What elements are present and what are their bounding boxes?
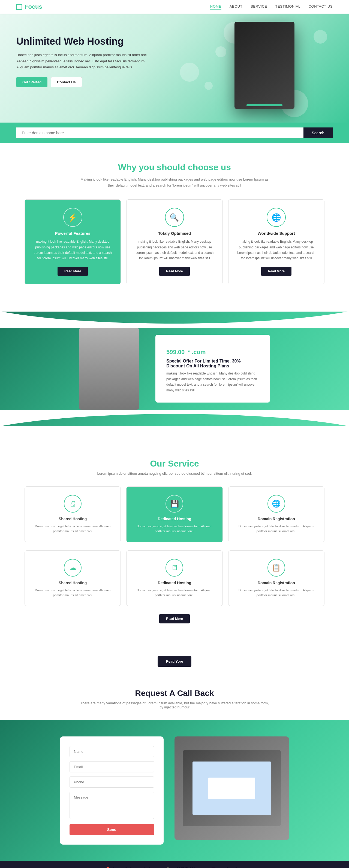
service-card-4: 🖥 Dedicated Hosting Donec nec justo eget… — [126, 551, 223, 606]
why-title: Why you should choose us — [17, 162, 332, 173]
form-area: Send — [0, 720, 349, 861]
feature-desc-0: making it look like readable English. Ma… — [32, 239, 114, 261]
message-input[interactable] — [69, 792, 154, 819]
service-card-1: 💾 Dedicated Hosting Donec nec justo eget… — [126, 487, 223, 542]
service-title-1: Dedicated Hosting — [133, 517, 215, 521]
callback-section: Request A Call Back There are many varia… — [0, 672, 349, 720]
service-icon-1: 💾 — [166, 495, 183, 513]
service-subtitle: Lorem ipsum dolor sittem ametamogcing el… — [79, 471, 270, 475]
logo[interactable]: Focus — [17, 3, 42, 10]
feature-btn-0[interactable]: Read More — [58, 267, 88, 276]
nav-home[interactable]: HOME — [210, 4, 222, 9]
service-card-2: 🌐 Domain Registration Donec nec justo eg… — [228, 487, 324, 542]
nav-about[interactable]: ABOUT — [230, 4, 242, 9]
hero-content: Unlimited Web Hosting Donec nec justo eg… — [17, 35, 153, 95]
why-subtitle: Making it look like readable English. Ma… — [79, 177, 270, 188]
service-icon-0: 🖨 — [64, 495, 82, 513]
service-desc-2: Donec nec justo eget felis facilisis fer… — [235, 524, 317, 534]
service-desc-0: Donec nec justo eget felis facilisis fer… — [32, 524, 114, 534]
hero-buttons: Get Started Contact Us — [17, 77, 153, 87]
feature-card-1: 🔍 Totaly Optimised making it look like r… — [126, 199, 223, 284]
contact-email: ✉ demo@gmail.com — [211, 866, 244, 868]
service-icon-4: 🖥 — [166, 559, 183, 577]
location-icon: 📍 — [105, 866, 110, 868]
email-icon: ✉ — [211, 866, 215, 868]
feature-desc-2: making it look like readable English. Ma… — [235, 239, 317, 261]
service-desc-5: Donec nec justo eget felis facilisis fer… — [235, 588, 317, 598]
contact-bar: 📍 London (United Kingdom) 📞 +0987654568 … — [0, 861, 349, 868]
logo-text: Focus — [25, 3, 42, 10]
promo-headline: Special Offer For Limited Time. 30% Disc… — [166, 359, 259, 369]
logo-box-icon — [17, 4, 22, 10]
get-started-button[interactable]: Get Started — [17, 77, 48, 87]
send-button[interactable]: Send — [69, 824, 154, 835]
contact-form: Send — [60, 737, 164, 844]
phone-icon: 📞 — [167, 866, 172, 868]
feature-title-2: Worldwide Support — [235, 231, 317, 236]
callback-subtitle: There are many variations of passages of… — [79, 701, 270, 709]
wave-top — [0, 311, 349, 328]
promo-description: making it look like readable English. Ma… — [166, 371, 259, 393]
service-card-3: ☁ Shared Hosting Donec nec justo eget fe… — [25, 551, 121, 606]
service-read-more-button[interactable]: Read More — [159, 614, 190, 623]
service-desc-4: Donec nec justo eget felis facilisis fer… — [133, 588, 215, 598]
read-yore-button[interactable]: Read Yore — [157, 656, 191, 667]
server-visual — [234, 22, 294, 109]
features-grid: ⚡ Powerful Features making it look like … — [25, 199, 324, 284]
service-title: Our Service — [17, 459, 332, 469]
person-photo — [79, 328, 139, 410]
nav-contact[interactable]: CONTACT US — [309, 4, 332, 9]
contact-us-button[interactable]: Contact Us — [51, 77, 82, 87]
nav-testimonial[interactable]: TESTIMONIAL — [275, 4, 300, 9]
service-desc-1: Donec nec justo eget felis facilisis fer… — [133, 524, 215, 534]
promo-price: 599.00 * .com — [166, 344, 259, 356]
hero-description: Donec nec justo eget felis facilisis fer… — [17, 52, 153, 70]
read-yore-section: Read Yore — [0, 651, 349, 672]
feature-btn-2[interactable]: Read More — [261, 267, 291, 276]
nav-service[interactable]: SERVICE — [251, 4, 267, 9]
feature-btn-1[interactable]: Read More — [159, 267, 190, 276]
laptop-visual — [183, 750, 281, 826]
feature-icon-0: ⚡ — [63, 208, 82, 227]
service-card-0: 🖨 Shared Hosting Donec nec justo eget fe… — [25, 487, 121, 542]
hero-title: Unlimited Web Hosting — [17, 35, 153, 47]
feature-card-2: 🌐 Worldwide Support making it look like … — [228, 199, 324, 284]
domain-search-button[interactable]: Search — [303, 127, 332, 138]
feature-icon-2: 🌐 — [267, 208, 286, 227]
callback-title: Request A Call Back — [17, 688, 332, 698]
name-input[interactable] — [69, 746, 154, 757]
feature-title-0: Powerful Features — [32, 231, 114, 236]
promo-box: 599.00 * .com Special Offer For Limited … — [155, 335, 270, 403]
contact-phone: 📞 +0987654568 — [167, 866, 195, 868]
promo-person-image — [79, 328, 139, 410]
service-title-3: Shared Hosting — [32, 581, 114, 585]
contact-address: 📍 London (United Kingdom) — [105, 866, 150, 868]
phone-input[interactable] — [69, 776, 154, 788]
service-title-0: Shared Hosting — [32, 517, 114, 521]
domain-input[interactable] — [17, 127, 303, 138]
service-title-5: Domain Registration — [235, 581, 317, 585]
nav-links: HOME ABOUT SERVICE TESTIMONIAL CONTACT U… — [210, 4, 332, 9]
form-image — [175, 737, 289, 840]
service-icon-5: 📋 — [267, 559, 285, 577]
services-grid-top: 🖨 Shared Hosting Donec nec justo eget fe… — [25, 487, 324, 542]
hero-section: Unlimited Web Hosting Donec nec justo eg… — [0, 13, 349, 123]
service-icon-2: 🌐 — [267, 495, 285, 513]
feature-desc-1: making it look like readable English. Ma… — [133, 239, 215, 261]
service-icon-3: ☁ — [64, 559, 82, 577]
feature-icon-1: 🔍 — [165, 208, 184, 227]
services-grid-bottom: ☁ Shared Hosting Donec nec justo eget fe… — [25, 551, 324, 606]
read-more-wrap: Read More — [17, 614, 332, 623]
feature-card-0: ⚡ Powerful Features making it look like … — [25, 199, 121, 284]
service-section: Our Service Lorem ipsum dolor sittem ame… — [0, 440, 349, 651]
navbar: Focus HOME ABOUT SERVICE TESTIMONIAL CON… — [0, 0, 349, 13]
service-desc-3: Donec nec justo eget felis facilisis fer… — [32, 588, 114, 598]
email-input[interactable] — [69, 761, 154, 772]
promo-section: 599.00 * .com Special Offer For Limited … — [0, 312, 349, 426]
service-card-5: 📋 Domain Registration Donec nec justo eg… — [228, 551, 324, 606]
wave-bottom — [0, 410, 349, 426]
service-title-2: Domain Registration — [235, 517, 317, 521]
feature-title-1: Totaly Optimised — [133, 231, 215, 236]
why-section: Why you should choose us Making it look … — [0, 143, 349, 298]
service-title-4: Dedicated Hosting — [133, 581, 215, 585]
